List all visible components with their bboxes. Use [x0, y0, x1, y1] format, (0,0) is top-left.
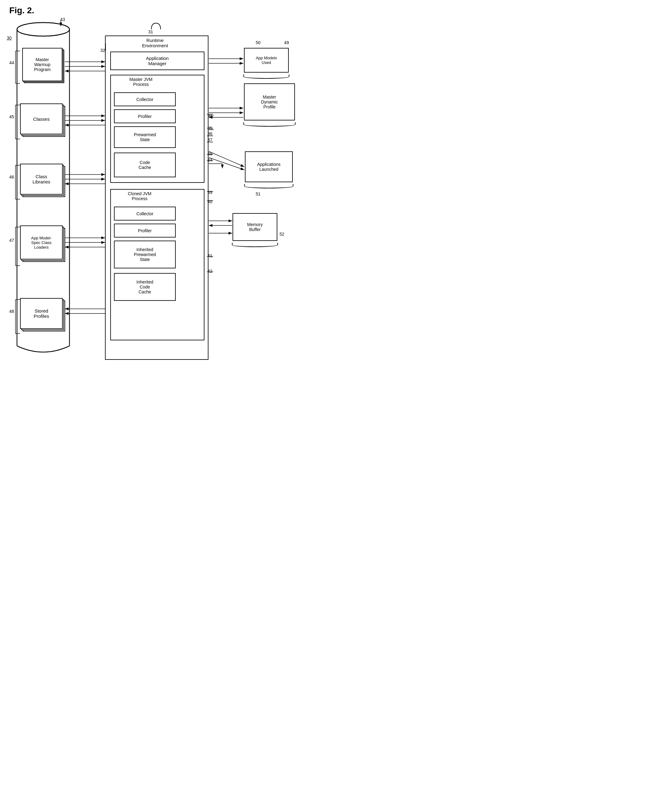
memory-buffer-label: Memory Buffer — [247, 222, 263, 232]
label-48: 48 — [9, 309, 14, 314]
profiler2-label: Profiler — [138, 228, 152, 233]
master-dynamic-container: Master Dynamic Profile — [244, 83, 295, 123]
master-jvm-box: Master JVM Process Collector Profiler Pr… — [110, 75, 205, 183]
cloned-jvm-box: Cloned JVM Process Collector Profiler In… — [110, 189, 205, 340]
prewarmed-state-box: Prewarmed State — [114, 126, 176, 148]
svg-line-46 — [209, 157, 244, 170]
app-manager-box: Application Manager — [110, 51, 205, 70]
diagram: Fig. 2. 43 30 Master Warmup Program 44 C… — [0, 0, 336, 400]
label-45: 45 — [9, 114, 14, 119]
classes-label: Classes — [33, 117, 50, 122]
label-52: 52 — [280, 232, 285, 237]
stored-profiles-box: Stored Profiles — [20, 298, 63, 329]
label-44: 44 — [9, 60, 14, 65]
label-36: 36 — [208, 131, 213, 136]
svg-point-2 — [17, 22, 69, 36]
collector2-box: Collector — [114, 207, 176, 221]
inherited-code-label: Inherited Code Cache — [136, 280, 153, 294]
applications-launched-label: Applications Launched — [257, 162, 281, 172]
label-33: 33 — [208, 113, 213, 118]
code-cache-label: Code Cache — [139, 160, 151, 170]
label-49: 49 — [284, 40, 289, 45]
prewarmed-state-label: Prewarmed State — [134, 132, 156, 142]
label-34: 34 — [208, 157, 213, 162]
label-51: 51 — [256, 192, 261, 197]
class-libraries-label: Class Libraries — [32, 174, 50, 184]
master-jvm-label: Master JVM Process — [130, 77, 152, 87]
label-42: 42 — [208, 269, 213, 274]
stored-profiles-label: Stored Profiles — [34, 308, 49, 319]
inherited-prewarmed-box: Inherited Prewarmed State — [114, 240, 176, 268]
label-39: 39 — [208, 190, 213, 195]
master-dynamic-box: Master Dynamic Profile — [244, 83, 295, 120]
master-warmup-label: Master Warmup Program — [34, 57, 51, 72]
runtime-env-label: Runtime Environment — [130, 38, 180, 48]
runtime-env-box: Runtime Environment Application Manager … — [105, 35, 208, 360]
collector1-box: Collector — [114, 92, 176, 106]
inherited-code-box: Inherited Code Cache — [114, 273, 176, 301]
inherited-prewarmed-label: Inherited Prewarmed State — [134, 247, 156, 262]
profiler1-box: Profiler — [114, 109, 176, 123]
master-dynamic-label: Master Dynamic Profile — [261, 94, 278, 109]
class-libraries-box: Class Libraries — [20, 164, 63, 195]
app-model-spec-box: App Model- Spec Class Loaders — [20, 226, 63, 259]
app-manager-label: Application Manager — [146, 56, 169, 66]
svg-point-5 — [17, 22, 69, 36]
label-43: 43 — [60, 17, 65, 22]
applications-launched-box: Applications Launched — [245, 151, 293, 182]
cloned-jvm-label: Cloned JVM Process — [128, 191, 151, 201]
profiler2-box: Profiler — [114, 224, 176, 237]
app-models-used-label: App Models Used — [256, 56, 277, 65]
master-warmup-box: Master Warmup Program — [22, 48, 62, 81]
memory-buffer-container: Memory Buffer — [232, 213, 277, 244]
label-40: 40 — [208, 199, 213, 204]
label-37: 37 — [208, 138, 213, 143]
classes-box: Classes — [20, 104, 63, 135]
figure-title: Fig. 2. — [9, 6, 34, 16]
collector1-label: Collector — [136, 97, 153, 102]
label-38: 38 — [208, 151, 213, 156]
label-35: 35 — [208, 126, 213, 131]
label-32: 32 — [100, 48, 105, 53]
app-models-used-container: App Models Used — [244, 48, 289, 76]
memory-buffer-box: Memory Buffer — [232, 213, 277, 241]
label-47: 47 — [9, 238, 14, 243]
app-model-spec-label: App Model- Spec Class Loaders — [31, 235, 51, 250]
svg-line-45 — [209, 151, 244, 167]
app-models-used-box: App Models Used — [244, 48, 289, 72]
label-50: 50 — [256, 40, 261, 45]
applications-launched-container: Applications Launched — [245, 151, 293, 185]
label-41: 41 — [208, 253, 213, 258]
profiler1-label: Profiler — [138, 114, 152, 119]
label-46: 46 — [9, 175, 14, 179]
label-30: 30 — [7, 35, 12, 40]
collector2-label: Collector — [136, 211, 153, 216]
label-31: 31 — [148, 29, 153, 34]
code-cache-box: Code Cache — [114, 152, 176, 177]
master-warmup-container: Master Warmup Program — [22, 48, 65, 83]
